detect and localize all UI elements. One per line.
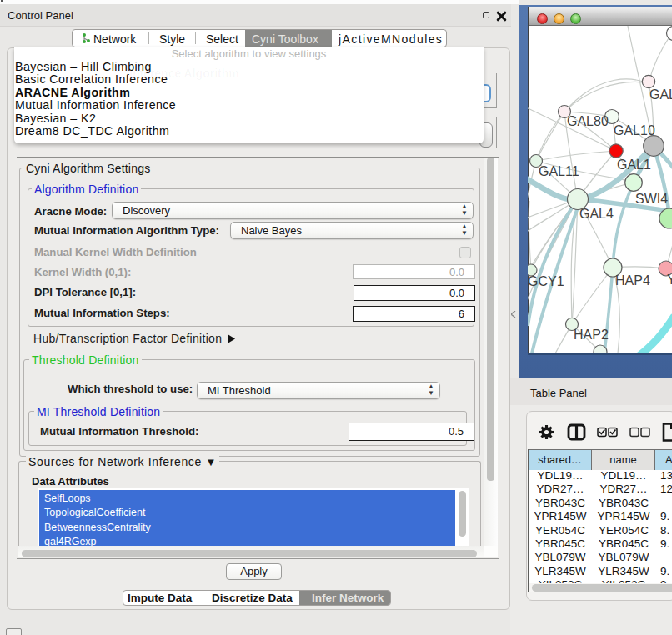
svg-text:GAL: GAL [649, 88, 672, 102]
svg-text:GCY1: GCY1 [528, 274, 564, 288]
svg-text:GAL1: GAL1 [617, 158, 651, 172]
svg-text:HAP2: HAP2 [574, 328, 609, 342]
svg-text:Y: Y [667, 272, 672, 287]
svg-text:SWI4: SWI4 [635, 192, 668, 206]
svg-text:GAL11: GAL11 [539, 164, 579, 178]
svg-text:GAL80: GAL80 [567, 114, 609, 128]
svg-text:HAP4: HAP4 [615, 273, 650, 288]
svg-text:GAL10: GAL10 [614, 123, 655, 138]
svg-text:GAL4: GAL4 [579, 207, 614, 221]
